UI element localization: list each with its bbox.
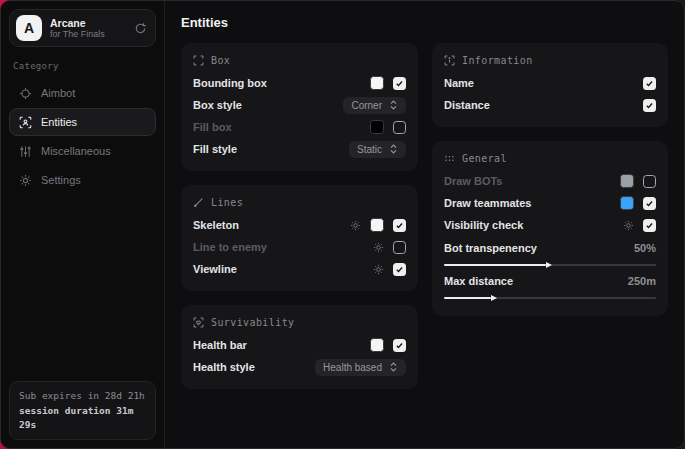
box-card: Box Bounding box Box style: [181, 43, 418, 171]
setting-label: Distance: [444, 99, 490, 111]
setting-label: Bot transpenency: [444, 242, 537, 254]
sync-icon[interactable]: [134, 22, 147, 35]
sidebar-item-settings[interactable]: Settings: [9, 166, 156, 194]
checkbox-unchecked[interactable]: [393, 241, 406, 254]
dropdown-value: Corner: [351, 100, 382, 111]
category-label: Category: [13, 61, 152, 71]
checkbox-checked[interactable]: [643, 219, 656, 232]
chevron-updown-icon: [389, 144, 398, 154]
setting-row-line-to-enemy: Line to enemy: [193, 236, 406, 258]
crosshair-icon: [19, 87, 32, 100]
checkbox-unchecked[interactable]: [393, 121, 406, 134]
color-swatch[interactable]: [620, 196, 634, 210]
max-distance-slider-block: Max distance 250m: [444, 272, 656, 299]
checkbox-unchecked[interactable]: [643, 175, 656, 188]
line-icon: [193, 197, 204, 208]
checkbox-checked[interactable]: [643, 197, 656, 210]
settings-gear-icon[interactable]: [350, 220, 361, 231]
card-title: General: [462, 153, 507, 164]
checkbox-checked[interactable]: [393, 263, 406, 276]
setting-row-box-style: Box style Corner: [193, 94, 406, 116]
sidebar-item-label: Aimbot: [41, 87, 75, 99]
checkbox-checked[interactable]: [393, 219, 406, 232]
settings-gear-icon[interactable]: [373, 242, 384, 253]
bot-transparency-slider[interactable]: [444, 264, 656, 266]
setting-label: Visibility check: [444, 219, 523, 231]
color-swatch[interactable]: [370, 338, 384, 352]
app-avatar: A: [16, 15, 42, 41]
grid-dots-icon: [444, 153, 455, 164]
setting-label: Name: [444, 77, 474, 89]
setting-row-fill-box: Fill box: [193, 116, 406, 138]
general-card: General Draw BOTs Draw teammates: [432, 141, 668, 316]
color-swatch[interactable]: [370, 120, 384, 134]
sliders-icon: [19, 145, 32, 158]
setting-row-health-bar: Health bar: [193, 334, 406, 356]
checkbox-checked[interactable]: [393, 339, 406, 352]
entities-scan-icon: [19, 116, 32, 129]
gear-icon: [19, 174, 32, 187]
settings-gear-icon[interactable]: [373, 264, 384, 275]
setting-label: Draw teammates: [444, 197, 531, 209]
sidebar-item-miscellaneous[interactable]: Miscellaneous: [9, 137, 156, 165]
setting-row-draw-teammates: Draw teammates: [444, 192, 656, 214]
setting-label: Bounding box: [193, 77, 267, 89]
main-panel: Entities Box Bounding box: [165, 1, 684, 448]
setting-label: Box style: [193, 99, 242, 111]
setting-label: Max distance: [444, 275, 513, 287]
sub-expiry-text: Sub expires in 28d 21h: [19, 389, 146, 403]
color-swatch[interactable]: [620, 174, 634, 188]
logo-card: A Arcane for The Finals: [9, 9, 156, 47]
slider-value: 50%: [634, 242, 656, 254]
bot-transparency-slider-block: Bot transpenency 50%: [444, 239, 656, 266]
lines-card: Lines Skeleton: [181, 185, 418, 291]
color-swatch[interactable]: [370, 76, 384, 90]
dropdown-value: Health based: [323, 362, 382, 373]
session-duration-text: session duration 31m 29s: [19, 404, 146, 433]
setting-row-distance: Distance: [444, 94, 656, 116]
setting-label: Fill box: [193, 121, 232, 133]
chevron-updown-icon: [389, 100, 398, 110]
right-column: Information Name Distance: [432, 43, 668, 316]
setting-row-health-style: Health style Health based: [193, 356, 406, 378]
setting-row-viewline: Viewline: [193, 258, 406, 280]
setting-label: Draw BOTs: [444, 175, 502, 187]
max-distance-slider[interactable]: [444, 297, 656, 299]
setting-label: Viewline: [193, 263, 237, 275]
setting-label: Fill style: [193, 143, 237, 155]
card-title: Lines: [211, 197, 243, 208]
setting-label: Health bar: [193, 339, 247, 351]
app-window: A Arcane for The Finals Category Aimbot: [0, 0, 685, 449]
setting-label: Skeleton: [193, 219, 239, 231]
color-swatch[interactable]: [370, 218, 384, 232]
setting-row-name: Name: [444, 72, 656, 94]
setting-row-draw-bots: Draw BOTs: [444, 170, 656, 192]
app-name: Arcane: [50, 17, 126, 29]
subscription-footer: Sub expires in 28d 21h session duration …: [9, 381, 156, 440]
fill-style-dropdown[interactable]: Static: [349, 141, 406, 158]
box-style-dropdown[interactable]: Corner: [343, 97, 406, 114]
setting-label: Line to enemy: [193, 241, 267, 253]
dropdown-value: Static: [357, 144, 382, 155]
checkbox-checked[interactable]: [643, 99, 656, 112]
health-scan-icon: [193, 317, 204, 328]
setting-label: Health style: [193, 361, 255, 373]
sidebar-item-aimbot[interactable]: Aimbot: [9, 79, 156, 107]
app-subtitle: for The Finals: [50, 29, 126, 39]
setting-row-skeleton: Skeleton: [193, 214, 406, 236]
settings-gear-icon[interactable]: [623, 220, 634, 231]
checkbox-checked[interactable]: [643, 77, 656, 90]
sidebar-item-entities[interactable]: Entities: [9, 108, 156, 136]
survivability-card: Survivability Health bar Health style: [181, 305, 418, 389]
sidebar: A Arcane for The Finals Category Aimbot: [1, 1, 165, 448]
setting-row-visibility-check: Visibility check: [444, 214, 656, 236]
sidebar-item-label: Settings: [41, 174, 81, 186]
card-title: Information: [462, 55, 533, 66]
chevron-updown-icon: [389, 362, 398, 372]
card-title: Survivability: [211, 317, 294, 328]
setting-row-fill-style: Fill style Static: [193, 138, 406, 160]
page-title: Entities: [181, 15, 668, 30]
information-card: Information Name Distance: [432, 43, 668, 127]
health-style-dropdown[interactable]: Health based: [315, 359, 406, 376]
checkbox-checked[interactable]: [393, 77, 406, 90]
